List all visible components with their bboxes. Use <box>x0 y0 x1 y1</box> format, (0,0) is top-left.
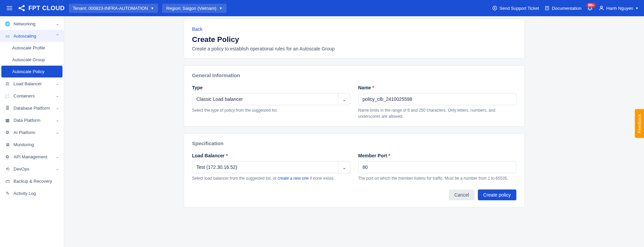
sidebar-item-autoscale-policy[interactable]: Autoscale Policy <box>1 66 62 77</box>
region-selector[interactable]: Region: Saigon (Vietnam) ▼ <box>162 4 227 13</box>
sidebar-label: Networking <box>14 21 35 26</box>
port-label: Member Port * <box>358 153 516 158</box>
docs-label: Documentation <box>552 6 581 11</box>
chevron-down-icon: ⌄ <box>56 81 59 86</box>
sidebar-item-load-balancer[interactable]: ⚖ Load Balancer ⌄ <box>0 77 64 90</box>
backup-icon: 🗃 <box>5 178 10 184</box>
brand-logo[interactable]: FPT CLOUD <box>18 4 65 12</box>
user-name: Hanh Nguyen <box>607 6 634 11</box>
chevron-down-icon: ⌄ <box>56 21 59 26</box>
sidebar-label: API Management <box>14 154 47 159</box>
sidebar-label: Load Balancer <box>14 81 42 86</box>
data-icon: ▦ <box>5 117 10 123</box>
sidebar-item-autoscaling[interactable]: ▭ Autoscaling ⌃ <box>0 30 64 42</box>
lb-label: Load Balancer * <box>192 153 350 158</box>
cloud-logo-icon <box>18 4 26 12</box>
feedback-label: Feedback <box>637 114 642 133</box>
sidebar-item-api[interactable]: ⚙ API Management ⌄ <box>0 151 64 163</box>
devops-icon: ⟲ <box>5 166 10 172</box>
caret-down-icon: ▼ <box>635 6 639 10</box>
docs-link[interactable]: Documentation <box>544 5 581 11</box>
port-help: The port on which the member listens for… <box>358 175 516 181</box>
sidebar-label: Database Platform <box>14 106 50 111</box>
menu-toggle-icon[interactable] <box>5 4 14 12</box>
chevron-down-icon: ⌄ <box>56 154 59 159</box>
main-content: Back Create Policy Create a policy to es… <box>64 16 644 247</box>
svg-point-5 <box>600 6 602 8</box>
sidebar-item-monitoring[interactable]: 🖥 Monitoring <box>0 138 64 151</box>
brand-text: FPT CLOUD <box>28 5 65 12</box>
user-icon <box>598 5 604 11</box>
feedback-tab[interactable]: Feedback <box>635 109 644 138</box>
back-link[interactable]: Back <box>192 26 203 32</box>
sidebar-label: Autoscaling <box>14 33 36 39</box>
header: FPT CLOUD Tenant: 000823-INFRA-AUTOMATIO… <box>0 0 644 16</box>
chevron-up-icon: ⌃ <box>56 33 59 38</box>
sidebar-label: DevOps <box>14 166 29 172</box>
database-icon: 🗄 <box>5 105 10 111</box>
sidebar-label: Backup & Recovery <box>14 179 52 184</box>
general-info-card: General Information Type Classic Load ba… <box>184 65 525 127</box>
sidebar-label: Containers <box>14 93 35 98</box>
type-help: Select the type of policy from the sugge… <box>192 107 350 113</box>
page-title: Create Policy <box>192 35 516 44</box>
type-select[interactable]: Classic Load balancer <box>192 93 350 105</box>
name-help: Name limits in the range of 6 and 250 ch… <box>358 107 516 119</box>
chevron-down-icon: ⌄ <box>56 130 59 135</box>
sidebar-label: Monitoring <box>14 142 34 147</box>
sidebar-item-containers[interactable]: ⬚ Containers ⌄ <box>0 90 64 102</box>
balance-icon: ⚖ <box>5 81 10 86</box>
sidebar-label: Data Platform <box>14 118 40 123</box>
book-icon <box>544 5 550 11</box>
sidebar-item-networking[interactable]: 🌐 Networking ⌄ <box>0 18 64 30</box>
sidebar-item-database[interactable]: 🗄 Database Platform ⌄ <box>0 102 64 114</box>
api-icon: ⚙ <box>5 154 10 159</box>
sidebar-item-data[interactable]: ▦ Data Platform ⌄ <box>0 114 64 126</box>
sidebar-label: Activity Log <box>14 191 36 196</box>
type-value: Classic Load balancer <box>197 96 243 102</box>
member-port-input[interactable] <box>358 161 516 173</box>
sidebar-label: AI Platform <box>14 130 35 135</box>
chevron-down-icon: ⌄ <box>56 118 59 122</box>
type-label: Type <box>192 85 350 90</box>
sidebar: 🌐 Networking ⌄ ▭ Autoscaling ⌃ Autoscale… <box>0 16 64 247</box>
tenant-label: Tenant: 000823-INFRA-AUTOMATION <box>73 6 148 11</box>
lb-value: Test (172.30.16.52) <box>197 164 237 170</box>
monitor-icon: 🖥 <box>5 142 10 147</box>
notifications-button[interactable]: 99+ <box>587 5 593 11</box>
sidebar-item-ai[interactable]: ⚙ AI Platform ⌄ <box>0 126 64 138</box>
create-lb-link[interactable]: create a new one <box>278 176 309 181</box>
page-header-card: Back Create Policy Create a policy to es… <box>184 19 525 59</box>
sidebar-item-autoscale-profile[interactable]: Autoscale Profile <box>0 42 64 54</box>
sidebar-item-activity[interactable]: ✎ Activity Log <box>0 187 64 199</box>
sidebar-item-autoscale-group[interactable]: Autoscale Group <box>0 54 64 66</box>
log-icon: ✎ <box>5 190 10 196</box>
chevron-down-icon: ⌄ <box>56 93 59 98</box>
name-label: Name * <box>358 85 516 90</box>
specification-card: Specification Load Balancer * Test (172.… <box>184 133 525 207</box>
create-policy-button[interactable]: Create policy <box>478 189 516 200</box>
chat-icon <box>492 5 497 11</box>
support-label: Send Support Ticket <box>499 6 539 11</box>
chevron-down-icon: ⌄ <box>56 106 59 110</box>
page-description: Create a policy to establish operational… <box>192 46 516 51</box>
caret-down-icon: ▼ <box>219 6 223 10</box>
notifications-badge: 99+ <box>587 3 596 7</box>
cancel-button[interactable]: Cancel <box>449 189 474 200</box>
user-menu[interactable]: Hanh Nguyen ▼ <box>598 5 639 11</box>
sidebar-item-devops[interactable]: ⟲ DevOps ⌄ <box>0 163 64 175</box>
section-title-general: General Information <box>192 72 516 78</box>
sidebar-item-backup[interactable]: 🗃 Backup & Recovery <box>0 175 64 187</box>
name-input[interactable] <box>358 93 516 105</box>
chip-icon: ⚙ <box>5 130 10 135</box>
scale-icon: ▭ <box>5 33 10 39</box>
region-label: Region: Saigon (Vietnam) <box>166 6 216 11</box>
tenant-selector[interactable]: Tenant: 000823-INFRA-AUTOMATION ▼ <box>69 4 158 13</box>
load-balancer-select[interactable]: Test (172.30.16.52) <box>192 161 350 173</box>
globe-icon: 🌐 <box>5 21 10 26</box>
cube-icon: ⬚ <box>5 93 10 98</box>
support-link[interactable]: Send Support Ticket <box>492 5 539 11</box>
caret-down-icon: ▼ <box>151 6 154 10</box>
lb-help: Select load balancer from the suggested … <box>192 175 350 181</box>
chevron-down-icon: ⌄ <box>56 166 59 171</box>
